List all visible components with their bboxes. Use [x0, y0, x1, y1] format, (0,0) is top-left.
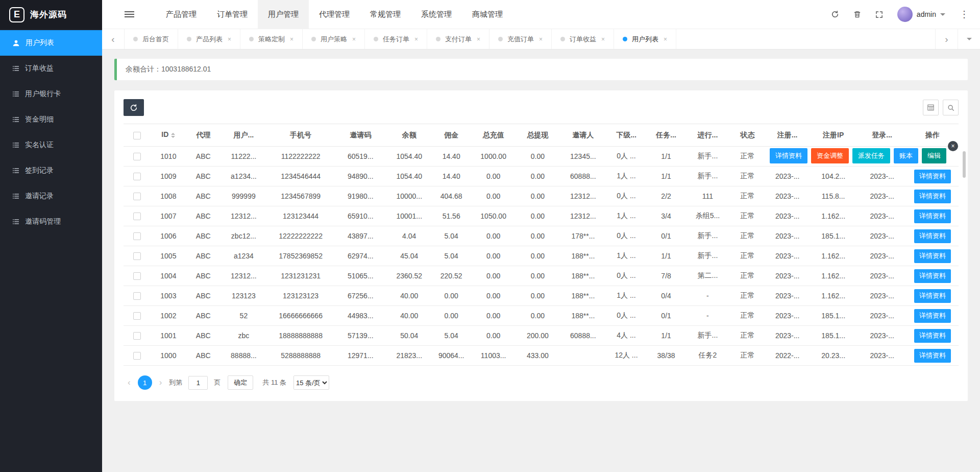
row-checkbox[interactable]	[133, 232, 141, 240]
current-page-button[interactable]: 1	[138, 375, 152, 390]
topnav-item[interactable]: 商城管理	[462, 0, 513, 29]
detail-button[interactable]: 详情资料	[914, 170, 951, 183]
tab-item[interactable]: 支付订单×	[427, 29, 489, 49]
goto-page-input[interactable]	[188, 376, 208, 390]
topnav-item[interactable]: 系统管理	[411, 0, 462, 29]
sidebar-item[interactable]: 用户银行卡	[0, 81, 102, 107]
tab-item[interactable]: 策略定制×	[240, 29, 303, 49]
sidebar-item[interactable]: 邀请记录	[0, 183, 102, 209]
detail-button[interactable]: 详情资料	[914, 249, 951, 263]
sidebar-item[interactable]: 邀请码管理	[0, 209, 102, 234]
user-menu[interactable]: admin	[897, 7, 945, 22]
tab-item[interactable]: 任务订单×	[365, 29, 427, 49]
column-header[interactable]: 注册...	[766, 124, 809, 147]
row-checkbox[interactable]	[133, 252, 141, 260]
sidebar-item[interactable]: 订单收益	[0, 56, 102, 81]
column-header[interactable]: 状态	[729, 124, 766, 147]
sort-icon[interactable]	[171, 131, 175, 140]
row-checkbox[interactable]	[133, 193, 141, 200]
tabs-scroll-left-icon[interactable]: ‹	[102, 29, 125, 49]
topnav-item[interactable]: 产品管理	[156, 0, 207, 29]
row-checkbox[interactable]	[133, 312, 141, 320]
column-header[interactable]: 任务...	[646, 124, 686, 147]
detail-button[interactable]: 详情资料	[914, 209, 951, 223]
sidebar-toggle-icon[interactable]	[125, 11, 134, 17]
tab-item[interactable]: 用户策略×	[303, 29, 365, 49]
edit-button[interactable]: 编辑	[922, 148, 946, 163]
prev-page-icon[interactable]: ‹	[126, 377, 133, 388]
tabs-scroll-right-icon[interactable]: ›	[935, 29, 958, 49]
row-checkbox[interactable]	[133, 292, 141, 300]
sidebar-item[interactable]: 用户列表	[0, 30, 102, 56]
fullscreen-icon[interactable]	[875, 11, 883, 18]
column-header[interactable]: 总充值	[471, 124, 516, 147]
columns-icon[interactable]	[923, 100, 939, 115]
topnav-item[interactable]: 订单管理	[207, 0, 258, 29]
topnav-item[interactable]: 常规管理	[360, 0, 411, 29]
tab-item[interactable]: 用户列表×	[614, 29, 676, 49]
row-checkbox[interactable]	[133, 352, 141, 360]
column-header[interactable]: 佣金	[431, 124, 471, 147]
tab-close-icon[interactable]: ×	[228, 36, 231, 43]
trash-icon[interactable]	[853, 10, 861, 18]
close-icon[interactable]: ×	[948, 141, 958, 151]
select-all-checkbox[interactable]	[133, 132, 141, 139]
tab-close-icon[interactable]: ×	[601, 36, 605, 43]
search-icon[interactable]	[943, 100, 959, 115]
tabs-menu-icon[interactable]	[958, 29, 980, 49]
detail-button[interactable]: 详情资料	[914, 229, 951, 243]
sidebar-item[interactable]: 资金明细	[0, 107, 102, 132]
column-header[interactable]: 代理	[187, 124, 220, 147]
column-header[interactable]: 下级...	[606, 124, 646, 147]
adjust-funds-button[interactable]: 资金调整	[811, 148, 849, 163]
tab-item[interactable]: 充值订单×	[489, 29, 552, 49]
column-header[interactable]: ID	[150, 124, 187, 147]
detail-button[interactable]: 详情资料	[914, 269, 951, 283]
sidebar-item[interactable]: 实名认证	[0, 132, 102, 158]
page-size-select[interactable]: 15 条/页	[293, 375, 329, 390]
detail-button[interactable]: 详情资料	[914, 289, 951, 303]
table-refresh-button[interactable]	[124, 99, 144, 116]
ledger-button[interactable]: 账本	[894, 148, 918, 163]
detail-button[interactable]: 详情资料	[914, 309, 951, 323]
tab-close-icon[interactable]: ×	[290, 36, 293, 43]
tab-item[interactable]: 产品列表×	[178, 29, 240, 49]
column-header[interactable]: 进行...	[686, 124, 729, 147]
next-page-icon[interactable]: ›	[157, 377, 164, 388]
detail-button[interactable]: 详情资料	[914, 329, 951, 343]
scrollbar-thumb[interactable]	[963, 151, 966, 178]
tab-close-icon[interactable]: ×	[414, 36, 418, 43]
column-header[interactable]: 邀请码	[334, 124, 387, 147]
detail-button[interactable]: 详情资料	[914, 190, 951, 203]
row-checkbox[interactable]	[133, 272, 141, 280]
row-checkbox[interactable]	[133, 173, 141, 180]
column-header[interactable]: 手机号	[267, 124, 334, 147]
row-checkbox[interactable]	[133, 213, 141, 220]
avatar[interactable]	[897, 7, 913, 22]
topnav-item[interactable]: 用户管理	[258, 0, 309, 29]
topnav-item[interactable]: 代理管理	[309, 0, 360, 29]
column-header[interactable]: 注册IP	[809, 124, 857, 147]
sidebar-item[interactable]: 签到记录	[0, 158, 102, 183]
table-cell: 178**...	[560, 226, 606, 246]
confirm-button[interactable]: 确定	[228, 375, 253, 390]
row-checkbox[interactable]	[133, 153, 141, 160]
tab-item[interactable]: 后台首页	[125, 29, 178, 49]
more-options-icon[interactable]: ⋮	[960, 9, 969, 20]
column-header[interactable]: 登录...	[857, 124, 906, 147]
column-header[interactable]: 用户...	[220, 124, 267, 147]
column-header[interactable]: 余额	[387, 124, 431, 147]
tab-close-icon[interactable]: ×	[539, 36, 543, 43]
tab-close-icon[interactable]: ×	[477, 36, 480, 43]
row-checkbox[interactable]	[133, 332, 141, 340]
tab-item[interactable]: 订单收益×	[552, 29, 614, 49]
column-header[interactable]: 总提现	[516, 124, 560, 147]
detail-button[interactable]: 详情资料	[914, 349, 951, 363]
refresh-icon[interactable]	[831, 10, 839, 18]
tab-close-icon[interactable]: ×	[664, 36, 667, 43]
column-header[interactable]: 邀请人	[560, 124, 606, 147]
dispatch-task-button[interactable]: 派发任务	[852, 148, 890, 163]
table-cell: 67256...	[334, 286, 387, 306]
detail-button[interactable]: 详情资料	[770, 148, 807, 163]
tab-close-icon[interactable]: ×	[352, 36, 356, 43]
